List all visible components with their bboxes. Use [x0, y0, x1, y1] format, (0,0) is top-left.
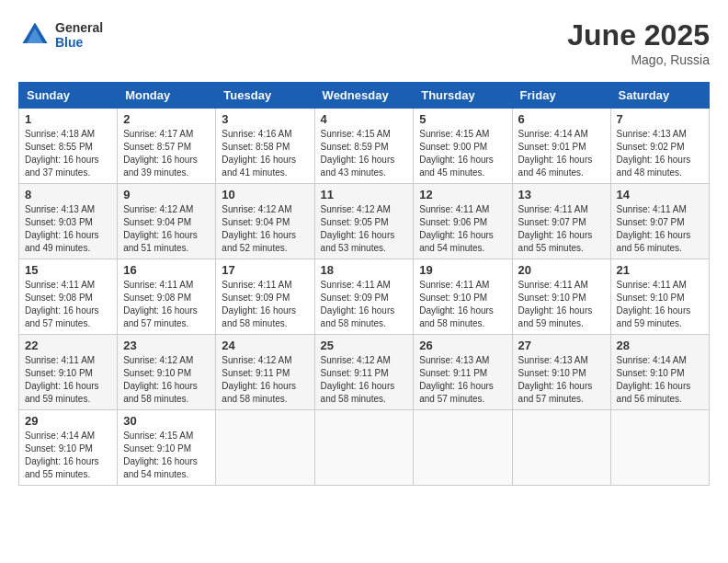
day-cell: 12Sunrise: 4:11 AM Sunset: 9:06 PM Dayli…	[414, 184, 512, 259]
day-info: Sunrise: 4:11 AM Sunset: 9:08 PM Dayligh…	[25, 279, 111, 330]
day-number: 29	[25, 414, 111, 428]
day-number: 13	[518, 188, 605, 201]
day-cell: 30Sunrise: 4:15 AM Sunset: 9:10 PM Dayli…	[118, 410, 216, 486]
day-cell: 25Sunrise: 4:12 AM Sunset: 9:11 PM Dayli…	[314, 335, 414, 410]
day-number: 7	[617, 112, 703, 126]
day-number: 9	[123, 188, 210, 201]
day-cell	[610, 410, 709, 486]
day-info: Sunrise: 4:11 AM Sunset: 9:09 PM Dayligh…	[222, 279, 308, 330]
day-cell: 3Sunrise: 4:16 AM Sunset: 8:58 PM Daylig…	[216, 109, 314, 184]
day-number: 26	[419, 339, 506, 352]
column-header-sunday: Sunday	[19, 83, 118, 109]
column-header-wednesday: Wednesday	[314, 83, 414, 109]
day-number: 11	[321, 188, 408, 201]
day-cell	[314, 410, 414, 486]
day-number: 10	[222, 188, 308, 201]
day-number: 27	[518, 339, 605, 352]
location: Mago, Russia	[567, 52, 710, 67]
day-number: 5	[419, 112, 506, 126]
day-cell	[216, 410, 314, 486]
day-info: Sunrise: 4:15 AM Sunset: 9:10 PM Dayligh…	[123, 430, 210, 481]
day-number: 1	[25, 112, 111, 126]
day-number: 14	[617, 188, 703, 201]
day-cell: 19Sunrise: 4:11 AM Sunset: 9:10 PM Dayli…	[414, 259, 512, 335]
day-cell: 23Sunrise: 4:12 AM Sunset: 9:10 PM Dayli…	[118, 335, 216, 410]
day-cell: 6Sunrise: 4:14 AM Sunset: 9:01 PM Daylig…	[512, 109, 610, 184]
logo-text: General Blue	[55, 20, 103, 50]
day-info: Sunrise: 4:11 AM Sunset: 9:07 PM Dayligh…	[518, 203, 605, 255]
day-cell	[512, 410, 610, 486]
day-info: Sunrise: 4:18 AM Sunset: 8:55 PM Dayligh…	[25, 128, 111, 179]
day-cell: 10Sunrise: 4:12 AM Sunset: 9:04 PM Dayli…	[216, 184, 314, 259]
day-cell: 14Sunrise: 4:11 AM Sunset: 9:07 PM Dayli…	[610, 184, 709, 259]
day-cell	[414, 410, 512, 486]
day-info: Sunrise: 4:12 AM Sunset: 9:11 PM Dayligh…	[222, 354, 308, 406]
day-info: Sunrise: 4:12 AM Sunset: 9:11 PM Dayligh…	[321, 354, 408, 406]
day-info: Sunrise: 4:13 AM Sunset: 9:02 PM Dayligh…	[617, 128, 703, 179]
logo-blue: Blue	[55, 35, 103, 50]
day-cell: 29Sunrise: 4:14 AM Sunset: 9:10 PM Dayli…	[19, 410, 118, 486]
day-number: 4	[321, 112, 408, 126]
day-info: Sunrise: 4:11 AM Sunset: 9:07 PM Dayligh…	[617, 203, 703, 255]
day-cell: 8Sunrise: 4:13 AM Sunset: 9:03 PM Daylig…	[19, 184, 118, 259]
week-row-5: 29Sunrise: 4:14 AM Sunset: 9:10 PM Dayli…	[19, 410, 710, 486]
day-number: 2	[123, 112, 210, 126]
day-info: Sunrise: 4:12 AM Sunset: 9:04 PM Dayligh…	[123, 203, 210, 255]
day-cell: 18Sunrise: 4:11 AM Sunset: 9:09 PM Dayli…	[314, 259, 414, 335]
day-number: 18	[321, 263, 408, 277]
day-cell: 13Sunrise: 4:11 AM Sunset: 9:07 PM Dayli…	[512, 184, 610, 259]
day-cell: 4Sunrise: 4:15 AM Sunset: 8:59 PM Daylig…	[314, 109, 414, 184]
day-cell: 1Sunrise: 4:18 AM Sunset: 8:55 PM Daylig…	[19, 109, 118, 184]
day-number: 12	[419, 188, 506, 201]
column-header-thursday: Thursday	[414, 83, 512, 109]
day-info: Sunrise: 4:11 AM Sunset: 9:10 PM Dayligh…	[617, 279, 703, 330]
day-number: 30	[123, 414, 210, 428]
day-cell: 17Sunrise: 4:11 AM Sunset: 9:09 PM Dayli…	[216, 259, 314, 335]
week-row-1: 1Sunrise: 4:18 AM Sunset: 8:55 PM Daylig…	[19, 109, 710, 184]
day-number: 24	[222, 339, 308, 352]
day-number: 25	[321, 339, 408, 352]
month-year: June 2025	[567, 18, 710, 52]
column-header-tuesday: Tuesday	[216, 83, 314, 109]
day-number: 19	[419, 263, 506, 277]
logo-icon	[18, 18, 51, 52]
header-row: SundayMondayTuesdayWednesdayThursdayFrid…	[19, 83, 710, 109]
title-block: June 2025 Mago, Russia	[567, 18, 710, 67]
day-info: Sunrise: 4:14 AM Sunset: 9:10 PM Dayligh…	[25, 430, 111, 481]
day-cell: 28Sunrise: 4:14 AM Sunset: 9:10 PM Dayli…	[610, 335, 709, 410]
day-cell: 15Sunrise: 4:11 AM Sunset: 9:08 PM Dayli…	[19, 259, 118, 335]
logo-general: General	[55, 20, 103, 35]
week-row-3: 15Sunrise: 4:11 AM Sunset: 9:08 PM Dayli…	[19, 259, 710, 335]
day-number: 15	[25, 263, 111, 277]
day-cell: 20Sunrise: 4:11 AM Sunset: 9:10 PM Dayli…	[512, 259, 610, 335]
day-info: Sunrise: 4:11 AM Sunset: 9:06 PM Dayligh…	[419, 203, 506, 255]
day-number: 23	[123, 339, 210, 352]
day-cell: 26Sunrise: 4:13 AM Sunset: 9:11 PM Dayli…	[414, 335, 512, 410]
day-number: 8	[25, 188, 111, 201]
day-cell: 21Sunrise: 4:11 AM Sunset: 9:10 PM Dayli…	[610, 259, 709, 335]
day-cell: 7Sunrise: 4:13 AM Sunset: 9:02 PM Daylig…	[610, 109, 709, 184]
week-row-2: 8Sunrise: 4:13 AM Sunset: 9:03 PM Daylig…	[19, 184, 710, 259]
day-info: Sunrise: 4:11 AM Sunset: 9:08 PM Dayligh…	[123, 279, 210, 330]
week-row-4: 22Sunrise: 4:11 AM Sunset: 9:10 PM Dayli…	[19, 335, 710, 410]
column-header-saturday: Saturday	[610, 83, 709, 109]
day-cell: 5Sunrise: 4:15 AM Sunset: 9:00 PM Daylig…	[414, 109, 512, 184]
calendar-body: 1Sunrise: 4:18 AM Sunset: 8:55 PM Daylig…	[19, 109, 710, 486]
day-cell: 2Sunrise: 4:17 AM Sunset: 8:57 PM Daylig…	[118, 109, 216, 184]
day-info: Sunrise: 4:12 AM Sunset: 9:04 PM Dayligh…	[222, 203, 308, 255]
day-info: Sunrise: 4:12 AM Sunset: 9:05 PM Dayligh…	[321, 203, 408, 255]
day-info: Sunrise: 4:11 AM Sunset: 9:10 PM Dayligh…	[25, 354, 111, 406]
day-info: Sunrise: 4:14 AM Sunset: 9:10 PM Dayligh…	[617, 354, 703, 406]
calendar-table: SundayMondayTuesdayWednesdayThursdayFrid…	[18, 82, 710, 486]
day-cell: 22Sunrise: 4:11 AM Sunset: 9:10 PM Dayli…	[19, 335, 118, 410]
day-number: 17	[222, 263, 308, 277]
day-info: Sunrise: 4:11 AM Sunset: 9:10 PM Dayligh…	[518, 279, 605, 330]
day-number: 3	[222, 112, 308, 126]
day-info: Sunrise: 4:13 AM Sunset: 9:11 PM Dayligh…	[419, 354, 506, 406]
day-info: Sunrise: 4:11 AM Sunset: 9:09 PM Dayligh…	[321, 279, 408, 330]
day-cell: 9Sunrise: 4:12 AM Sunset: 9:04 PM Daylig…	[118, 184, 216, 259]
day-cell: 16Sunrise: 4:11 AM Sunset: 9:08 PM Dayli…	[118, 259, 216, 335]
day-cell: 27Sunrise: 4:13 AM Sunset: 9:10 PM Dayli…	[512, 335, 610, 410]
column-header-friday: Friday	[512, 83, 610, 109]
day-info: Sunrise: 4:15 AM Sunset: 8:59 PM Dayligh…	[321, 128, 408, 179]
